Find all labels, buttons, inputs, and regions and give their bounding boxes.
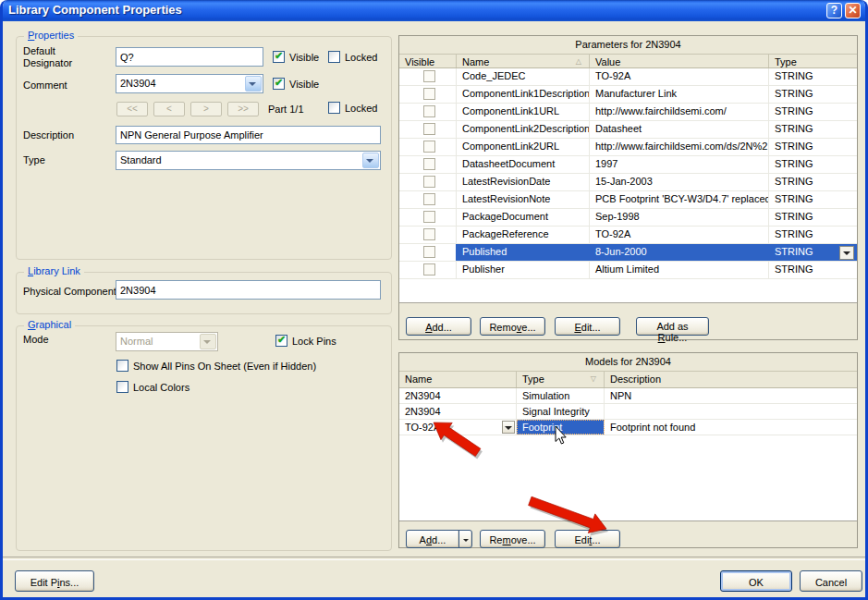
parameter-name-cell[interactable]: ComponentLink1Description (457, 86, 590, 103)
parameter-value-cell[interactable]: Sep-1998 (590, 209, 769, 226)
parameters-edit-button[interactable]: Edit... (555, 317, 620, 336)
row-visible-cell[interactable] (399, 156, 457, 173)
close-button[interactable]: ✕ (845, 3, 861, 18)
models-edit-button[interactable]: Edit... (555, 530, 620, 548)
models-add-button[interactable]: Add... (406, 530, 459, 548)
chevron-down-icon[interactable] (245, 76, 262, 92)
model-description-cell[interactable]: NPN (605, 388, 857, 403)
parameter-type-cell[interactable]: STRING (769, 68, 857, 85)
parameter-value-cell[interactable]: Altium Limited (590, 262, 769, 278)
parameter-name-cell[interactable]: Published (457, 244, 590, 261)
table-row[interactable]: LatestRevisionNotePCB Footprint 'BCY-W3/… (399, 191, 857, 209)
parameter-name-cell[interactable]: ComponentLink2Description (457, 121, 590, 138)
parameter-type-cell[interactable]: STRING (769, 121, 857, 138)
model-description-cell[interactable] (605, 404, 857, 419)
column-header-visible[interactable]: Visible (399, 55, 457, 67)
table-row[interactable]: TO-92AFootprintFootprint not found (399, 420, 857, 435)
table-row[interactable]: Code_JEDECTO-92ASTRING (399, 68, 857, 86)
parameter-type-cell[interactable]: STRING (769, 86, 857, 103)
row-visible-cell[interactable] (399, 68, 457, 85)
part-locked-checkbox[interactable] (328, 102, 340, 114)
description-input[interactable] (116, 126, 381, 144)
model-description-cell[interactable]: Footprint not found (605, 420, 857, 435)
table-row[interactable]: PackageReferenceTO-92ASTRING (399, 227, 857, 244)
row-visible-cell[interactable] (399, 104, 457, 120)
parameter-type-cell[interactable]: STRING (769, 227, 857, 243)
lock-pins-checkbox[interactable] (275, 335, 287, 347)
chevron-down-icon[interactable] (362, 153, 379, 168)
model-type-cell[interactable]: Footprint (517, 420, 605, 435)
parameter-value-cell[interactable]: 8-Jun-2000 (590, 244, 769, 261)
column-header-type[interactable]: Type▽ (517, 372, 605, 387)
parameters-add-as-rule-button[interactable]: Add as Rule... (636, 317, 709, 336)
row-visible-checkbox[interactable] (423, 105, 435, 117)
parameter-value-cell[interactable]: http://www.fairchildsemi.com/ (590, 104, 769, 120)
physical-component-input[interactable] (116, 280, 381, 300)
designator-visible-checkbox[interactable] (273, 51, 285, 63)
row-visible-checkbox[interactable] (423, 228, 435, 240)
parameter-name-cell[interactable]: DatasheetDocument (457, 156, 590, 173)
row-visible-checkbox[interactable] (423, 193, 435, 205)
type-combo[interactable]: Standard (116, 151, 381, 170)
row-dropdown-button[interactable] (839, 246, 854, 260)
column-header-name[interactable]: Name△ (457, 55, 590, 67)
part-next-button[interactable]: > (190, 102, 222, 116)
table-row[interactable]: ComponentLink1URLhttp://www.fairchildsem… (399, 104, 857, 121)
titlebar[interactable]: Library Component Properties ? ✕ (0, 0, 868, 21)
show-all-pins-checkbox[interactable] (116, 360, 128, 372)
column-header-value[interactable]: Value (590, 55, 769, 67)
row-visible-cell[interactable] (399, 174, 457, 190)
parameters-table-body[interactable]: Code_JEDECTO-92ASTRINGComponentLink1Desc… (399, 68, 857, 303)
parameters-add-button[interactable]: Add... (406, 317, 471, 336)
parameter-value-cell[interactable]: Manufacturer Link (590, 86, 769, 103)
comment-combo[interactable]: 2N3904 (116, 74, 263, 93)
model-name-cell[interactable]: 2N3904 (399, 388, 517, 403)
row-visible-cell[interactable] (399, 262, 457, 278)
row-visible-checkbox[interactable] (423, 211, 435, 223)
parameter-value-cell[interactable]: TO-92A (590, 68, 769, 85)
models-remove-button[interactable]: Remove... (480, 530, 545, 548)
table-row[interactable]: ComponentLink2DescriptionDatasheetSTRING (399, 121, 857, 139)
row-visible-cell[interactable] (399, 139, 457, 155)
parameters-remove-button[interactable]: Remove... (480, 317, 545, 336)
model-type-cell[interactable]: Simulation (517, 388, 605, 403)
comment-visible-checkbox[interactable] (273, 78, 285, 90)
table-row[interactable]: ComponentLink2URLhttp://www.fairchildsem… (399, 139, 857, 156)
parameter-value-cell[interactable]: 1997 (590, 156, 769, 173)
parameter-value-cell[interactable]: 15-Jan-2003 (590, 174, 769, 190)
row-visible-cell[interactable] (399, 121, 457, 138)
ok-button[interactable]: OK (720, 570, 792, 592)
default-designator-input[interactable] (116, 47, 263, 67)
help-button[interactable]: ? (826, 3, 842, 18)
row-visible-checkbox[interactable] (423, 70, 435, 82)
row-visible-checkbox[interactable] (423, 141, 435, 153)
row-visible-cell[interactable] (399, 227, 457, 243)
table-row[interactable]: ComponentLink1DescriptionManufacturer Li… (399, 86, 857, 104)
part-prev-button[interactable]: < (153, 102, 185, 116)
row-visible-cell[interactable] (399, 244, 457, 261)
parameter-name-cell[interactable]: PackageReference (457, 227, 590, 243)
parameter-value-cell[interactable]: http://www.fairchildsemi.com/ds/2N%2 (590, 139, 769, 155)
parameter-type-cell[interactable]: STRING (769, 104, 857, 120)
row-visible-checkbox[interactable] (423, 246, 435, 258)
model-name-cell[interactable]: TO-92A (399, 420, 517, 435)
row-visible-cell[interactable] (399, 209, 457, 226)
table-row[interactable]: LatestRevisionDate15-Jan-2003STRING (399, 174, 857, 191)
models-add-dropdown-button[interactable] (458, 530, 472, 548)
column-header-name[interactable]: Name (399, 372, 517, 387)
parameter-value-cell[interactable]: Datasheet (590, 121, 769, 138)
parameter-name-cell[interactable]: LatestRevisionDate (457, 174, 590, 190)
designator-locked-checkbox[interactable] (328, 51, 340, 63)
local-colors-checkbox[interactable] (116, 381, 128, 393)
row-visible-checkbox[interactable] (423, 158, 435, 170)
table-row[interactable]: 2N3904Signal Integrity (399, 404, 857, 420)
row-visible-checkbox[interactable] (423, 263, 435, 276)
row-visible-cell[interactable] (399, 191, 457, 208)
parameter-name-cell[interactable]: ComponentLink1URL (457, 104, 590, 120)
parameter-name-cell[interactable]: PackageDocument (457, 209, 590, 226)
models-table-body[interactable]: 2N3904SimulationNPN2N3904Signal Integrit… (399, 388, 857, 521)
parameter-name-cell[interactable]: Publisher (457, 262, 590, 278)
table-row[interactable]: DatasheetDocument1997STRING (399, 156, 857, 174)
table-row[interactable]: PackageDocumentSep-1998STRING (399, 209, 857, 227)
parameter-type-cell[interactable]: STRING (769, 156, 857, 173)
